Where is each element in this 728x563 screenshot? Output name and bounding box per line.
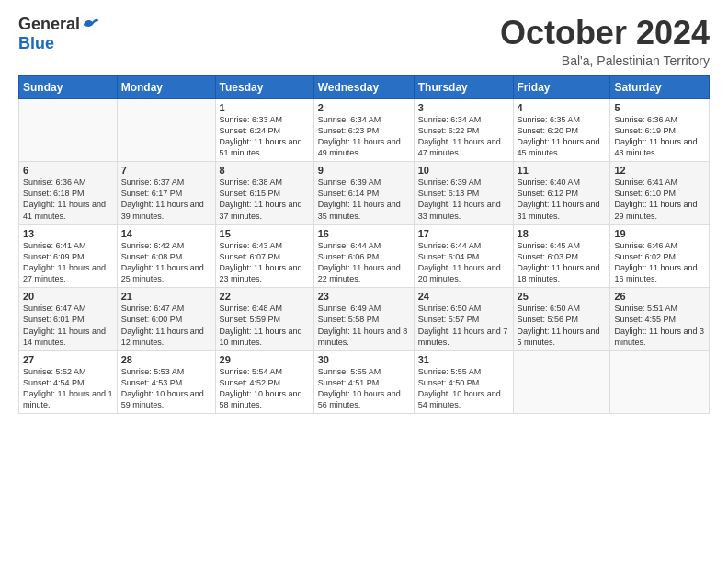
- day-info: Sunrise: 6:49 AMSunset: 5:58 PMDaylight:…: [318, 303, 410, 348]
- table-row: 22Sunrise: 6:48 AMSunset: 5:59 PMDayligh…: [215, 288, 313, 351]
- day-number: 14: [121, 228, 211, 239]
- table-row: 27Sunrise: 5:52 AMSunset: 4:54 PMDayligh…: [19, 350, 118, 414]
- day-number: 13: [23, 228, 113, 239]
- table-row: 26Sunrise: 5:51 AMSunset: 4:55 PMDayligh…: [610, 288, 710, 351]
- day-number: 4: [518, 102, 607, 113]
- day-info: Sunrise: 6:37 AMSunset: 6:17 PMDaylight:…: [121, 177, 211, 222]
- day-info: Sunrise: 5:52 AMSunset: 4:54 PMDaylight:…: [23, 366, 113, 411]
- table-row: 29Sunrise: 5:54 AMSunset: 4:52 PMDayligh…: [215, 350, 313, 414]
- day-info: Sunrise: 6:44 AMSunset: 6:06 PMDaylight:…: [318, 240, 410, 285]
- day-info: Sunrise: 5:55 AMSunset: 4:51 PMDaylight:…: [318, 366, 410, 411]
- calendar-week-row: 27Sunrise: 5:52 AMSunset: 4:54 PMDayligh…: [19, 350, 710, 414]
- header-friday: Friday: [513, 75, 610, 98]
- day-number: 16: [318, 228, 410, 239]
- day-number: 10: [418, 165, 509, 176]
- day-number: 12: [614, 165, 705, 176]
- day-number: 15: [220, 228, 310, 239]
- day-number: 11: [518, 165, 607, 176]
- table-row: 23Sunrise: 6:49 AMSunset: 5:58 PMDayligh…: [313, 288, 414, 351]
- table-row: 14Sunrise: 6:42 AMSunset: 6:08 PMDayligh…: [117, 224, 215, 288]
- header-thursday: Thursday: [414, 75, 513, 98]
- table-row: 16Sunrise: 6:44 AMSunset: 6:06 PMDayligh…: [313, 224, 414, 288]
- day-info: Sunrise: 6:36 AMSunset: 6:19 PMDaylight:…: [614, 114, 705, 159]
- day-info: Sunrise: 6:48 AMSunset: 5:59 PMDaylight:…: [220, 303, 310, 348]
- calendar-table: Sunday Monday Tuesday Wednesday Thursday…: [18, 75, 710, 415]
- day-info: Sunrise: 6:38 AMSunset: 6:15 PMDaylight:…: [220, 177, 310, 222]
- header-wednesday: Wednesday: [313, 75, 414, 98]
- day-number: 21: [121, 291, 211, 302]
- table-row: [513, 350, 610, 414]
- page: General Blue October 2024 Bal'a, Palesti…: [0, 0, 728, 563]
- day-number: 5: [614, 102, 705, 113]
- table-row: 20Sunrise: 6:47 AMSunset: 6:01 PMDayligh…: [19, 288, 118, 351]
- day-number: 27: [23, 354, 113, 365]
- table-row: 1Sunrise: 6:33 AMSunset: 6:24 PMDaylight…: [215, 98, 313, 162]
- day-number: 28: [121, 354, 211, 365]
- day-info: Sunrise: 5:53 AMSunset: 4:53 PMDaylight:…: [121, 366, 211, 411]
- day-info: Sunrise: 6:39 AMSunset: 6:13 PMDaylight:…: [418, 177, 509, 222]
- title-block: October 2024 Bal'a, Palestinian Territor…: [500, 15, 710, 68]
- day-info: Sunrise: 6:41 AMSunset: 6:10 PMDaylight:…: [614, 177, 705, 222]
- table-row: 3Sunrise: 6:34 AMSunset: 6:22 PMDaylight…: [414, 98, 513, 162]
- month-title: October 2024: [500, 15, 710, 52]
- day-info: Sunrise: 6:39 AMSunset: 6:14 PMDaylight:…: [318, 177, 410, 222]
- table-row: 13Sunrise: 6:41 AMSunset: 6:09 PMDayligh…: [19, 224, 118, 288]
- day-number: 6: [23, 165, 113, 176]
- table-row: 2Sunrise: 6:34 AMSunset: 6:23 PMDaylight…: [313, 98, 414, 162]
- day-info: Sunrise: 6:34 AMSunset: 6:23 PMDaylight:…: [318, 114, 410, 159]
- day-info: Sunrise: 6:41 AMSunset: 6:09 PMDaylight:…: [23, 240, 113, 285]
- day-number: 29: [220, 354, 310, 365]
- day-number: 2: [318, 102, 410, 113]
- table-row: [19, 98, 118, 162]
- table-row: 30Sunrise: 5:55 AMSunset: 4:51 PMDayligh…: [313, 350, 414, 414]
- day-number: 8: [220, 165, 310, 176]
- header-saturday: Saturday: [610, 75, 710, 98]
- day-number: 3: [418, 102, 509, 113]
- day-info: Sunrise: 5:54 AMSunset: 4:52 PMDaylight:…: [220, 366, 310, 411]
- header: General Blue October 2024 Bal'a, Palesti…: [18, 15, 710, 68]
- day-info: Sunrise: 6:35 AMSunset: 6:20 PMDaylight:…: [518, 114, 607, 159]
- day-number: 18: [518, 228, 607, 239]
- day-info: Sunrise: 5:51 AMSunset: 4:55 PMDaylight:…: [614, 303, 705, 348]
- table-row: 6Sunrise: 6:36 AMSunset: 6:18 PMDaylight…: [19, 162, 118, 225]
- header-monday: Monday: [117, 75, 215, 98]
- calendar-week-row: 6Sunrise: 6:36 AMSunset: 6:18 PMDaylight…: [19, 162, 710, 225]
- table-row: 11Sunrise: 6:40 AMSunset: 6:12 PMDayligh…: [513, 162, 610, 225]
- header-sunday: Sunday: [19, 75, 118, 98]
- day-info: Sunrise: 6:47 AMSunset: 6:01 PMDaylight:…: [23, 303, 113, 348]
- day-info: Sunrise: 6:47 AMSunset: 6:00 PMDaylight:…: [121, 303, 211, 348]
- day-number: 31: [418, 354, 509, 365]
- day-info: Sunrise: 6:46 AMSunset: 6:02 PMDaylight:…: [614, 240, 705, 285]
- day-number: 30: [318, 354, 410, 365]
- calendar-header-row: Sunday Monday Tuesday Wednesday Thursday…: [19, 75, 710, 98]
- day-info: Sunrise: 6:42 AMSunset: 6:08 PMDaylight:…: [121, 240, 211, 285]
- day-number: 19: [614, 228, 705, 239]
- table-row: 4Sunrise: 6:35 AMSunset: 6:20 PMDaylight…: [513, 98, 610, 162]
- day-number: 9: [318, 165, 410, 176]
- table-row: 5Sunrise: 6:36 AMSunset: 6:19 PMDaylight…: [610, 98, 710, 162]
- logo-blue-text: Blue: [18, 34, 54, 53]
- day-info: Sunrise: 5:55 AMSunset: 4:50 PMDaylight:…: [418, 366, 509, 411]
- day-number: 17: [418, 228, 509, 239]
- calendar-week-row: 20Sunrise: 6:47 AMSunset: 6:01 PMDayligh…: [19, 288, 710, 351]
- day-number: 26: [614, 291, 705, 302]
- logo: General Blue: [18, 15, 100, 53]
- header-tuesday: Tuesday: [215, 75, 313, 98]
- table-row: 10Sunrise: 6:39 AMSunset: 6:13 PMDayligh…: [414, 162, 513, 225]
- calendar-week-row: 13Sunrise: 6:41 AMSunset: 6:09 PMDayligh…: [19, 224, 710, 288]
- table-row: 31Sunrise: 5:55 AMSunset: 4:50 PMDayligh…: [414, 350, 513, 414]
- day-info: Sunrise: 6:36 AMSunset: 6:18 PMDaylight:…: [23, 177, 113, 222]
- day-info: Sunrise: 6:50 AMSunset: 5:56 PMDaylight:…: [518, 303, 607, 348]
- logo-general-text: General: [18, 15, 80, 34]
- table-row: 24Sunrise: 6:50 AMSunset: 5:57 PMDayligh…: [414, 288, 513, 351]
- table-row: 28Sunrise: 5:53 AMSunset: 4:53 PMDayligh…: [117, 350, 215, 414]
- day-info: Sunrise: 6:50 AMSunset: 5:57 PMDaylight:…: [418, 303, 509, 348]
- location-subtitle: Bal'a, Palestinian Territory: [500, 53, 710, 68]
- day-info: Sunrise: 6:33 AMSunset: 6:24 PMDaylight:…: [220, 114, 310, 159]
- day-number: 22: [220, 291, 310, 302]
- table-row: 18Sunrise: 6:45 AMSunset: 6:03 PMDayligh…: [513, 224, 610, 288]
- table-row: 15Sunrise: 6:43 AMSunset: 6:07 PMDayligh…: [215, 224, 313, 288]
- calendar-week-row: 1Sunrise: 6:33 AMSunset: 6:24 PMDaylight…: [19, 98, 710, 162]
- day-info: Sunrise: 6:40 AMSunset: 6:12 PMDaylight:…: [518, 177, 607, 222]
- table-row: 9Sunrise: 6:39 AMSunset: 6:14 PMDaylight…: [313, 162, 414, 225]
